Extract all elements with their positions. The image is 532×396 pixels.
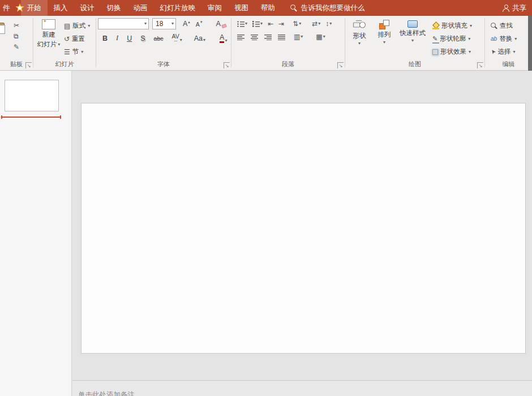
- layout-button[interactable]: ▤ 版式 ▾: [62, 20, 92, 32]
- replace-label: 替换: [499, 35, 512, 43]
- shapes-icon: [353, 19, 366, 31]
- decrease-indent-button[interactable]: ⇤: [266, 19, 275, 28]
- align-right-button[interactable]: [263, 33, 273, 41]
- paragraph-label-text: 段落: [282, 61, 294, 67]
- slide-canvas[interactable]: [81, 103, 526, 354]
- bold-button[interactable]: B: [100, 34, 110, 43]
- paragraph-group-label: 段落 ↘: [231, 61, 345, 70]
- tab-transitions[interactable]: 切换: [101, 0, 127, 16]
- tab-file[interactable]: 件: [0, 0, 15, 16]
- chevron-down-icon: ▾: [171, 21, 174, 26]
- text-direction-icon: ⇄: [312, 20, 318, 27]
- font-size-combo[interactable]: 18 ▾: [152, 18, 176, 29]
- font-color-button[interactable]: A ▾: [217, 33, 229, 44]
- align-center-button[interactable]: [249, 33, 260, 41]
- columns-button[interactable]: ▥ ▾: [292, 32, 304, 41]
- increase-font-size-button[interactable]: A ▴: [181, 19, 192, 28]
- text-shadow-button[interactable]: S: [138, 34, 147, 43]
- chevron-down-icon: ▾: [301, 35, 303, 39]
- format-painter-icon[interactable]: ✎: [14, 43, 19, 51]
- tab-view[interactable]: 视图: [228, 0, 255, 16]
- numbering-button[interactable]: ▾: [251, 20, 264, 28]
- ribbon-group-font: ▾ 18 ▾ A ▴ A ▾ A: [96, 16, 231, 70]
- align-left-button[interactable]: [235, 33, 246, 41]
- reset-button[interactable]: ↺ 重置: [62, 33, 92, 45]
- strikethrough-button[interactable]: abc: [152, 35, 166, 42]
- tab-animations[interactable]: 动画: [127, 0, 154, 16]
- notes-pane[interactable]: 单击此处添加备注: [72, 380, 532, 396]
- shape-fill-icon: [432, 23, 439, 29]
- tell-me-search[interactable]: 告诉我你想要做什么: [290, 3, 365, 13]
- tab-review[interactable]: 审阅: [201, 0, 228, 16]
- shapes-button[interactable]: 形状 ▾: [347, 18, 372, 61]
- tab-insert[interactable]: 插入: [48, 0, 74, 16]
- share-button[interactable]: 共享: [502, 3, 526, 13]
- paste-icon[interactable]: [0, 23, 5, 34]
- ribbon-group-paragraph: ▾ ▾ ⇤ ⇥ ⇅ ▾ ⇄ ▾: [231, 16, 345, 70]
- clipboard-dialog-launcher[interactable]: ↘: [25, 62, 32, 68]
- drawing-content: 形状 ▾ 排列 ▾ 快速样式 ▾ 形状填充 ▾: [345, 16, 484, 61]
- font-name-combo[interactable]: ▾: [98, 18, 149, 29]
- increase-indent-button[interactable]: ⇥: [277, 19, 286, 28]
- powerpoint-window: 件 开始 插入 设计 切换 动画 幻灯片放映 审阅 视图 帮助 告诉我你想要做什…: [0, 0, 532, 396]
- cut-icon[interactable]: ✂: [14, 21, 19, 29]
- chevron-down-icon: ▾: [180, 38, 182, 42]
- clear-formatting-button[interactable]: A: [213, 19, 222, 28]
- new-slide-button[interactable]: 新建 幻灯片 ▾: [35, 18, 62, 61]
- shapes-label: 形状: [353, 32, 366, 40]
- change-case-button[interactable]: Aa ▾: [192, 34, 208, 43]
- line-spacing-button[interactable]: ⇅ ▾: [291, 19, 303, 28]
- chevron-down-icon: ▾: [144, 21, 147, 26]
- editing-group-label: 编辑: [485, 61, 532, 70]
- find-button[interactable]: 查找: [489, 20, 518, 32]
- italic-button[interactable]: I: [114, 33, 121, 43]
- convert-to-smartart-button[interactable]: ▦ ▾: [314, 32, 327, 41]
- text-direction-button[interactable]: ⇄ ▾: [310, 19, 322, 28]
- shape-effects-button[interactable]: 形状效果 ▾: [431, 46, 474, 58]
- bullets-button[interactable]: ▾: [235, 20, 249, 28]
- decrease-font-size-button[interactable]: A ▾: [194, 19, 205, 28]
- change-case-icon: Aa: [194, 35, 203, 42]
- shape-fill-button[interactable]: 形状填充 ▾: [431, 20, 474, 32]
- align-text-button[interactable]: ↕ ▾: [324, 19, 333, 28]
- replace-button[interactable]: ab 替换 ▾: [489, 33, 518, 45]
- font-group-label: 字体 ↘: [96, 61, 231, 70]
- select-button[interactable]: ➤ 选择 ▾: [489, 46, 518, 58]
- section-label: 节: [72, 48, 79, 56]
- tab-home[interactable]: 开始: [21, 0, 48, 16]
- character-spacing-button[interactable]: AV ↔ ▾: [170, 34, 185, 43]
- find-label: 查找: [500, 21, 513, 30]
- new-slide-icon: [42, 19, 55, 29]
- shape-effects-label: 形状效果: [440, 48, 466, 56]
- editing-content: 查找 ab 替换 ▾ ➤ 选择 ▾: [485, 16, 532, 61]
- tab-slideshow[interactable]: 幻灯片放映: [154, 0, 202, 16]
- tab-help[interactable]: 帮助: [255, 0, 281, 16]
- quick-styles-button[interactable]: 快速样式 ▾: [397, 18, 428, 61]
- align-right-icon: [264, 34, 272, 40]
- slides-content: 新建 幻灯片 ▾ ▤ 版式 ▾ ↺ 重置: [33, 16, 96, 61]
- arrange-button[interactable]: 排列 ▾: [372, 18, 397, 61]
- tab-design[interactable]: 设计: [74, 0, 101, 16]
- shape-outline-icon: ✎: [432, 36, 437, 42]
- slide-thumbnail[interactable]: [5, 80, 59, 111]
- shape-fill-label: 形状填充: [441, 21, 467, 30]
- chevron-down-icon: ▾: [88, 24, 90, 28]
- search-icon: [290, 5, 297, 11]
- slide-thumbnail-panel[interactable]: [0, 71, 72, 396]
- ribbon-right-edge: [528, 16, 532, 71]
- underline-button[interactable]: U: [125, 34, 134, 43]
- shape-outline-button[interactable]: ✎ 形状轮廓 ▾: [431, 33, 474, 45]
- font-dialog-launcher[interactable]: ↘: [224, 62, 230, 68]
- section-icon: ☰: [64, 49, 70, 55]
- copy-icon[interactable]: ⧉: [14, 32, 19, 40]
- chevron-down-icon: ▾: [245, 21, 247, 26]
- justify-button[interactable]: [276, 33, 287, 41]
- drawing-dialog-launcher[interactable]: ↘: [477, 62, 483, 68]
- ribbon-group-editing: 查找 ab 替换 ▾ ➤ 选择 ▾ 编辑: [485, 16, 532, 70]
- paragraph-dialog-launcher[interactable]: ↘: [337, 62, 344, 68]
- section-button[interactable]: ☰ 节 ▾: [62, 46, 92, 58]
- line-spacing-icon: ⇅: [293, 20, 298, 27]
- clipboard-content: ✂ ⧉ ✎: [0, 16, 33, 61]
- font-row-2: B I U S abc AV ↔ ▾ Aa ▾: [98, 33, 229, 44]
- chevron-down-icon: ▾: [58, 42, 60, 47]
